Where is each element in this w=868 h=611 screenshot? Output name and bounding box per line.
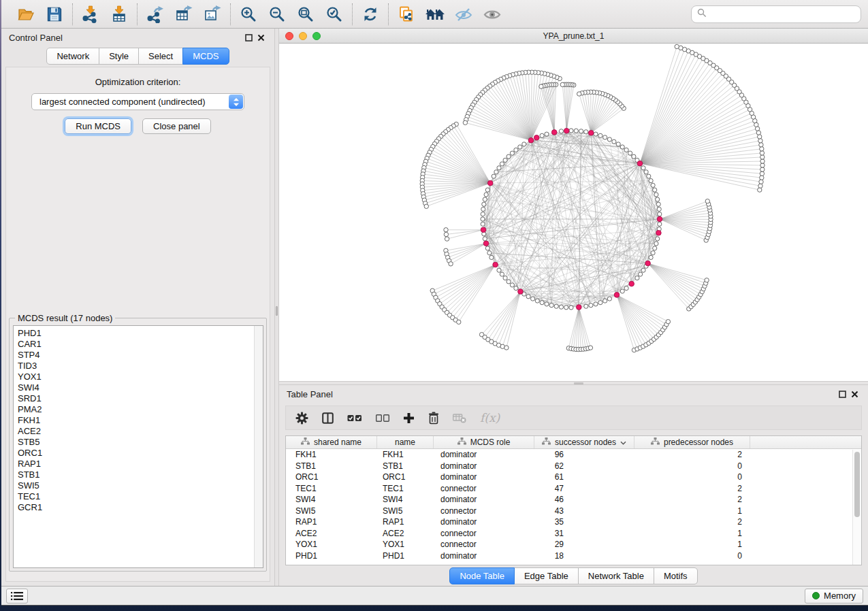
table-row[interactable]: TEC1TEC1connector472 <box>286 483 861 495</box>
delete-columns-button[interactable] <box>428 412 439 425</box>
mcds-result-item[interactable]: YOX1 <box>18 371 254 382</box>
float-panel-button[interactable] <box>242 31 255 44</box>
control-panel: Control Panel NetworkStyleSelectMCDS Opt… <box>1 29 274 586</box>
cell-predecessor_nodes: 1 <box>634 540 750 549</box>
mcds-result-scrollbar[interactable] <box>254 326 263 567</box>
mcds-result-item[interactable]: SWI4 <box>18 382 254 393</box>
import-network-button[interactable] <box>80 4 101 24</box>
close-panel-button[interactable] <box>255 31 267 44</box>
create-column-icon <box>403 412 415 424</box>
zoom-fit-button[interactable] <box>295 4 316 24</box>
table-row[interactable]: STB1STB1dominator620 <box>286 461 861 472</box>
close-table-panel-button[interactable] <box>848 388 861 400</box>
cell-mcds_role: connector <box>434 484 534 493</box>
table-row[interactable]: SWI4SWI4dominator462 <box>286 494 861 506</box>
zoom-out-button[interactable] <box>267 4 287 24</box>
optimization-criterion-value: largest connected component (undirected) <box>39 97 206 107</box>
search-box[interactable] <box>691 5 861 23</box>
memory-button[interactable]: Memory <box>805 589 863 604</box>
mcds-result-item[interactable]: TID3 <box>18 361 254 371</box>
table-scrollbar-thumb[interactable] <box>854 452 860 517</box>
mcds-result-item[interactable]: STP4 <box>18 350 254 361</box>
mcds-result-item[interactable]: SRD1 <box>18 393 254 404</box>
mcds-result-item[interactable]: STB1 <box>18 469 254 480</box>
mcds-result-item[interactable]: STB5 <box>18 437 254 448</box>
unselect-all-columns-icon <box>376 414 389 422</box>
mcds-result-item[interactable]: TEC1 <box>18 491 254 502</box>
mcds-result-item[interactable]: PMA2 <box>18 404 254 415</box>
network-canvas[interactable] <box>279 44 868 381</box>
close-panel-push-button[interactable]: Close panel <box>142 118 211 134</box>
hide-selected-button[interactable] <box>453 4 474 24</box>
column-header-successor-nodes[interactable]: successor nodes <box>534 436 634 448</box>
mcds-result-item[interactable]: CAR1 <box>18 339 254 350</box>
mcds-result-item[interactable]: RAP1 <box>18 459 254 469</box>
column-header-name[interactable]: name <box>377 436 434 448</box>
cell-shared_name: STB1 <box>286 461 377 471</box>
vertical-splitter-handle[interactable] <box>276 306 278 316</box>
column-header-MCDS-role[interactable]: MCDS role <box>434 436 534 448</box>
mcds-result-item[interactable]: ACE2 <box>18 426 254 437</box>
save-session-button[interactable] <box>44 4 65 24</box>
toolbar-groups <box>8 3 510 25</box>
optimization-criterion-select[interactable]: largest connected component (undirected) <box>31 93 244 110</box>
cell-mcds_role: connector <box>434 540 534 549</box>
table-tab-node-table[interactable]: Node Table <box>449 567 515 584</box>
cell-shared_name: SWI5 <box>286 506 377 516</box>
table-row[interactable]: RAP1RAP1dominator352 <box>286 516 861 528</box>
select-all-columns-button[interactable] <box>347 414 362 423</box>
table-tab-network-table[interactable]: Network Table <box>578 567 654 584</box>
table-options-gear-button[interactable] <box>295 412 308 425</box>
mcds-result-item[interactable]: FKH1 <box>18 415 254 426</box>
horizontal-splitter-handle[interactable] <box>574 382 583 384</box>
import-table-button[interactable] <box>109 4 129 24</box>
cell-name: ACE2 <box>377 529 434 538</box>
mcds-result-item[interactable]: ORC1 <box>18 448 254 459</box>
mcds-result-item[interactable]: GCR1 <box>18 502 254 513</box>
table-scrollbar[interactable] <box>852 450 861 565</box>
mcds-result-item[interactable]: SWI5 <box>18 480 254 491</box>
tab-style[interactable]: Style <box>99 48 139 65</box>
table-row[interactable]: FKH1FKH1dominator962 <box>286 449 861 461</box>
cell-shared_name: ORC1 <box>286 472 377 482</box>
first-neighbors-button[interactable] <box>425 4 445 24</box>
column-label: successor nodes <box>555 437 616 447</box>
show-columns-button[interactable] <box>322 412 334 424</box>
show-tasks-button[interactable] <box>6 589 28 604</box>
tab-network[interactable]: Network <box>46 48 99 65</box>
cell-shared_name: TEC1 <box>286 484 377 493</box>
table-tab-edge-table[interactable]: Edge Table <box>514 567 579 584</box>
node-table-body: FKH1FKH1dominator962STB1STB1dominator620… <box>286 449 861 561</box>
float-icon <box>839 391 846 398</box>
export-image-button[interactable] <box>202 4 223 24</box>
zoom-in-button[interactable] <box>238 4 259 24</box>
tab-mcds[interactable]: MCDS <box>182 48 229 65</box>
refresh-view-button[interactable] <box>360 4 381 24</box>
table-row[interactable]: SWI5SWI5connector431 <box>286 506 861 517</box>
run-mcds-button[interactable]: Run MCDS <box>65 118 131 134</box>
table-row[interactable]: ACE2ACE2connector311 <box>286 528 861 540</box>
table-tab-motifs[interactable]: Motifs <box>654 567 698 584</box>
open-file-button[interactable] <box>16 4 36 24</box>
control-panel-title: Control Panel <box>9 33 63 43</box>
search-input[interactable] <box>710 9 855 19</box>
create-column-button[interactable] <box>403 412 415 424</box>
export-network-button[interactable] <box>145 4 165 24</box>
cell-successor_nodes: 47 <box>534 484 634 493</box>
table-row[interactable]: PHD1PHD1dominator180 <box>286 550 861 562</box>
mcds-result-item[interactable]: PHD1 <box>18 328 254 339</box>
horizontal-splitter[interactable] <box>279 381 868 385</box>
export-table-button[interactable] <box>174 4 194 24</box>
table-row[interactable]: ORC1ORC1dominator610 <box>286 472 861 483</box>
unselect-all-columns-button[interactable] <box>376 414 389 422</box>
show-all-button[interactable] <box>482 4 502 24</box>
table-panel: Table Panel f(x) shared namenameMCDS rol… <box>279 385 868 586</box>
column-header-predecessor-nodes[interactable]: predecessor nodes <box>634 436 750 448</box>
zoom-selected-button[interactable] <box>324 4 344 24</box>
tab-select[interactable]: Select <box>138 48 183 65</box>
table-row[interactable]: YOX1YOX1connector291 <box>286 539 861 550</box>
column-header-shared-name[interactable]: shared name <box>286 436 377 448</box>
vertical-splitter[interactable] <box>274 29 279 586</box>
float-table-panel-button[interactable] <box>836 388 848 400</box>
duplicate-network-button[interactable] <box>396 4 417 24</box>
